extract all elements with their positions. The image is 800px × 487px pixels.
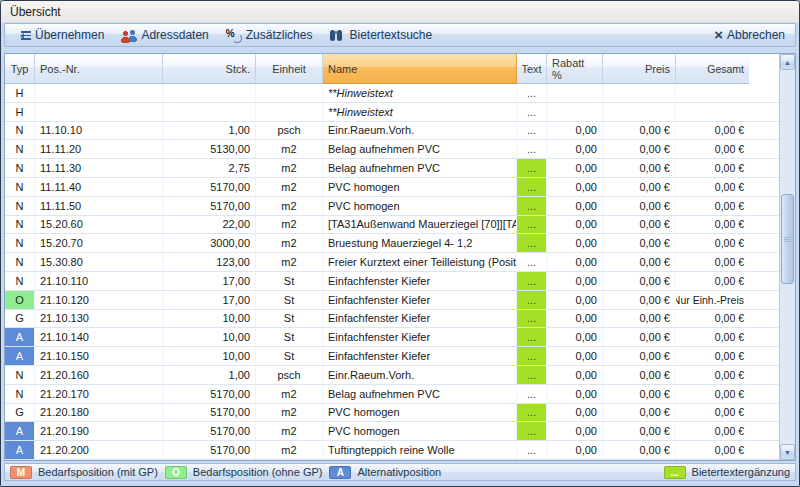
cell-rabatt: 0,00 [547,159,603,177]
scrollbar-thumb[interactable] [781,194,794,284]
cell-stck: 10,00 [163,347,256,365]
abbrechen-button[interactable]: × Abbrechen [712,26,787,44]
bietertext-cell[interactable]: ... [517,253,547,271]
cell-gesamt: 0,00 € [676,404,749,422]
table-row[interactable]: O21.10.12017,00StEinfachfenster Kiefer..… [5,291,779,310]
cell-einheit: St [256,310,323,328]
bietertext-cell[interactable]: ... [517,84,547,102]
column-header-rabatt[interactable]: Rabatt % [547,54,603,84]
legend-item: ...Bietertextergänzung [664,466,790,479]
cell-pos: 21.10.150 [35,347,163,365]
table-row[interactable]: H**Hinweistext... [5,103,779,122]
cell-gesamt: 0,00 € [676,234,749,252]
table-row[interactable]: A21.20.2005170,00m2Tuftingteppich reine … [5,441,779,460]
bietertext-cell[interactable]: ... [517,385,547,403]
cell-typ: N [5,253,35,271]
cell-gesamt: 0,00 € [676,347,749,365]
table-row[interactable]: N11.11.505170,00m2PVC homogen...0,000,00… [5,197,779,216]
cell-name: [TA31Außenwand Mauerziegel [70]][TA32[2,… [323,216,517,234]
table-row[interactable]: A21.20.1905170,00m2PVC homogen...0,000,0… [5,422,779,441]
bietertext-cell[interactable]: ... [517,122,547,140]
cell-typ: N [5,366,35,384]
scroll-up-button[interactable]: ▲ [780,54,795,70]
bietertext-cell[interactable]: ... [517,347,547,365]
column-header-text[interactable]: Text [517,54,547,84]
bietertext-cell[interactable]: ... [517,103,547,121]
bietertext-cell[interactable]: ... [517,291,547,309]
cell-pos: 15.30.80 [35,253,163,271]
table-row[interactable]: N11.10.101,00pschEinr.Raeum.Vorh....0,00… [5,122,779,141]
cell-einheit: m2 [256,159,323,177]
bietertext-cell[interactable]: ... [517,159,547,177]
cell-rabatt: 0,00 [547,253,603,271]
bietertext-cell[interactable]: ... [517,272,547,290]
cell-preis [603,84,676,102]
cell-preis: 0,00 € [603,310,676,328]
table-row[interactable]: N11.11.302,75m2Belag aufnehmen PVC...0,0… [5,159,779,178]
cell-typ: H [5,84,35,102]
column-header-einheit[interactable]: Einheit [256,54,323,84]
bietertext-cell[interactable]: ... [517,178,547,196]
table-row[interactable]: G21.20.1805170,00m2PVC homogen...0,000,0… [5,404,779,423]
vertical-scrollbar[interactable]: ▲ ▼ [779,54,795,460]
column-header-gesamt[interactable]: Gesamt [676,54,749,84]
cell-typ: A [5,441,35,459]
table-row[interactable]: N11.11.205130,00m2Belag aufnehmen PVC...… [5,140,779,159]
table-body: H**Hinweistext...H**Hinweistext...N11.10… [5,84,779,460]
cell-gesamt: 0,00 € [676,310,749,328]
bietertext-cell[interactable]: ... [517,328,547,346]
adressdaten-button[interactable]: Adressdaten [117,26,215,44]
cell-einheit: m2 [256,385,323,403]
table-row[interactable]: H**Hinweistext... [5,84,779,103]
cell-pos: 11.10.10 [35,122,163,140]
bietertext-cell[interactable]: ... [517,234,547,252]
cell-name: PVC homogen [323,422,517,440]
bietertext-cell[interactable]: ... [517,366,547,384]
table-row[interactable]: N15.20.703000,00m2Bruestung Mauerziegel … [5,234,779,253]
zusaetzliches-button[interactable]: Zusätzliches [222,26,320,44]
cell-preis: 0,00 € [603,441,676,459]
cell-preis: 0,00 € [603,159,676,177]
bietertext-cell[interactable]: ... [517,216,547,234]
cell-stck: 10,00 [163,310,256,328]
table-row[interactable]: A21.10.14010,00StEinfachfenster Kiefer..… [5,328,779,347]
bietertextsuche-icon [329,29,345,42]
table-row[interactable]: A21.10.15010,00StEinfachfenster Kiefer..… [5,347,779,366]
scrollbar-track[interactable] [780,70,795,444]
column-header-preis[interactable]: Preis [603,54,676,84]
uebernehmen-button[interactable]: Übernehmen [13,26,111,44]
table-row[interactable]: N21.20.1601,00pschEinr.Raeum.Vorh....0,0… [5,366,779,385]
cell-einheit: m2 [256,253,323,271]
table-row[interactable]: N11.11.405170,00m2PVC homogen...0,000,00… [5,178,779,197]
column-header-stck[interactable]: Stck. [163,54,256,84]
cell-pos: 21.10.120 [35,291,163,309]
column-header-pos[interactable]: Pos.-Nr. [35,54,163,84]
bietertext-cell[interactable]: ... [517,404,547,422]
cell-rabatt: 0,00 [547,328,603,346]
cell-typ: A [5,347,35,365]
titlebar[interactable]: Übersicht [1,1,799,22]
cell-rabatt: 0,00 [547,404,603,422]
cell-einheit: psch [256,122,323,140]
cell-typ: N [5,385,35,403]
cell-name: Freier Kurztext einer Teilleistung (Posi… [323,253,517,271]
table-row[interactable]: N21.10.11017,00StEinfachfenster Kiefer..… [5,272,779,291]
bietertextsuche-button[interactable]: Bietertextsuche [325,26,439,44]
bietertext-cell[interactable]: ... [517,422,547,440]
table-row[interactable]: N21.20.1705170,00m2Belag aufnehmen PVC..… [5,385,779,404]
bietertext-cell[interactable]: ... [517,197,547,215]
bietertext-cell[interactable]: ... [517,310,547,328]
bietertext-cell[interactable]: ... [517,140,547,158]
adressdaten-icon [121,29,137,42]
table-row[interactable]: G21.10.13010,00StEinfachfenster Kiefer..… [5,310,779,329]
cell-typ: N [5,178,35,196]
cell-rabatt: 0,00 [547,197,603,215]
table-row[interactable]: N15.20.6022,00m2[TA31Außenwand Mauerzieg… [5,216,779,235]
table-row[interactable]: N15.30.80123,00m2Freier Kurztext einer T… [5,253,779,272]
bietertext-cell[interactable]: ... [517,441,547,459]
column-header-name[interactable]: Name [323,54,517,84]
cell-stck: 5170,00 [163,404,256,422]
cell-pos: 21.10.130 [35,310,163,328]
column-header-typ[interactable]: Typ [5,54,35,84]
scroll-down-button[interactable]: ▼ [780,444,795,460]
